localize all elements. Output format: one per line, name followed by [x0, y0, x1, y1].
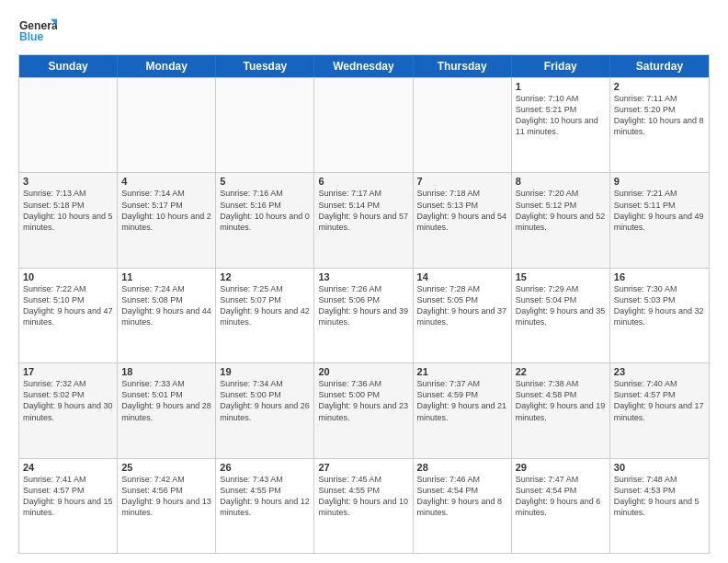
- day-number-20: 20: [318, 366, 408, 377]
- table-row: 6Sunrise: 7:17 AM Sunset: 5:14 PM Daylig…: [314, 173, 413, 267]
- table-row: 11Sunrise: 7:24 AM Sunset: 5:08 PM Dayli…: [118, 269, 216, 362]
- table-row: [118, 78, 216, 172]
- calendar-body: 1Sunrise: 7:10 AM Sunset: 5:21 PM Daylig…: [19, 77, 709, 553]
- day-number-27: 27: [318, 462, 408, 473]
- day-number-13: 13: [318, 271, 408, 282]
- table-row: 19Sunrise: 7:34 AM Sunset: 5:00 PM Dayli…: [216, 363, 314, 457]
- cell-text-28: Sunrise: 7:46 AM Sunset: 4:54 PM Dayligh…: [417, 474, 507, 519]
- cell-text-22: Sunrise: 7:38 AM Sunset: 4:58 PM Dayligh…: [516, 378, 606, 423]
- table-row: 22Sunrise: 7:38 AM Sunset: 4:58 PM Dayli…: [512, 363, 610, 457]
- cell-text-3: Sunrise: 7:13 AM Sunset: 5:18 PM Dayligh…: [23, 188, 113, 233]
- day-number-28: 28: [417, 462, 507, 473]
- cell-text-24: Sunrise: 7:41 AM Sunset: 4:57 PM Dayligh…: [23, 474, 113, 519]
- cell-text-13: Sunrise: 7:26 AM Sunset: 5:06 PM Dayligh…: [318, 283, 408, 328]
- table-row: 9Sunrise: 7:21 AM Sunset: 5:11 PM Daylig…: [610, 173, 709, 267]
- header-monday: Monday: [118, 55, 216, 77]
- cell-text-6: Sunrise: 7:17 AM Sunset: 5:14 PM Dayligh…: [318, 188, 408, 233]
- cell-text-10: Sunrise: 7:22 AM Sunset: 5:10 PM Dayligh…: [23, 283, 113, 328]
- header-thursday: Thursday: [414, 55, 512, 77]
- cell-text-9: Sunrise: 7:21 AM Sunset: 5:11 PM Dayligh…: [614, 188, 705, 233]
- table-row: 30Sunrise: 7:48 AM Sunset: 4:53 PM Dayli…: [610, 459, 709, 553]
- day-number-5: 5: [220, 176, 310, 187]
- day-number-22: 22: [516, 366, 606, 377]
- day-number-12: 12: [220, 271, 310, 282]
- day-number-21: 21: [417, 366, 507, 377]
- header-friday: Friday: [512, 55, 610, 77]
- table-row: 1Sunrise: 7:10 AM Sunset: 5:21 PM Daylig…: [512, 78, 610, 172]
- day-number-1: 1: [516, 81, 606, 92]
- cell-text-15: Sunrise: 7:29 AM Sunset: 5:04 PM Dayligh…: [516, 283, 606, 328]
- table-row: [216, 78, 314, 172]
- cell-text-5: Sunrise: 7:16 AM Sunset: 5:16 PM Dayligh…: [220, 188, 310, 233]
- table-row: [19, 78, 118, 172]
- day-number-9: 9: [614, 176, 705, 187]
- logo-svg: General Blue: [18, 14, 57, 47]
- day-number-15: 15: [516, 271, 606, 282]
- page-header: General Blue: [18, 14, 710, 47]
- header-sunday: Sunday: [19, 55, 118, 77]
- cell-text-19: Sunrise: 7:34 AM Sunset: 5:00 PM Dayligh…: [220, 378, 310, 423]
- cell-text-18: Sunrise: 7:33 AM Sunset: 5:01 PM Dayligh…: [121, 378, 211, 423]
- cell-text-4: Sunrise: 7:14 AM Sunset: 5:17 PM Dayligh…: [121, 188, 211, 233]
- table-row: 15Sunrise: 7:29 AM Sunset: 5:04 PM Dayli…: [512, 269, 610, 362]
- table-row: [314, 78, 413, 172]
- week-row-3: 10Sunrise: 7:22 AM Sunset: 5:10 PM Dayli…: [19, 268, 709, 362]
- day-number-29: 29: [516, 462, 606, 473]
- calendar-header: SundayMondayTuesdayWednesdayThursdayFrid…: [19, 55, 709, 77]
- cell-text-23: Sunrise: 7:40 AM Sunset: 4:57 PM Dayligh…: [614, 378, 705, 423]
- day-number-11: 11: [121, 271, 211, 282]
- day-number-7: 7: [417, 176, 507, 187]
- day-number-2: 2: [614, 81, 705, 92]
- table-row: 2Sunrise: 7:11 AM Sunset: 5:20 PM Daylig…: [610, 78, 709, 172]
- week-row-4: 17Sunrise: 7:32 AM Sunset: 5:02 PM Dayli…: [19, 362, 709, 457]
- table-row: 23Sunrise: 7:40 AM Sunset: 4:57 PM Dayli…: [610, 363, 709, 457]
- cell-text-20: Sunrise: 7:36 AM Sunset: 5:00 PM Dayligh…: [318, 378, 408, 423]
- cell-text-16: Sunrise: 7:30 AM Sunset: 5:03 PM Dayligh…: [614, 283, 705, 328]
- table-row: 10Sunrise: 7:22 AM Sunset: 5:10 PM Dayli…: [19, 269, 118, 362]
- cell-text-11: Sunrise: 7:24 AM Sunset: 5:08 PM Dayligh…: [121, 283, 211, 328]
- cell-text-2: Sunrise: 7:11 AM Sunset: 5:20 PM Dayligh…: [614, 93, 705, 138]
- table-row: 20Sunrise: 7:36 AM Sunset: 5:00 PM Dayli…: [314, 363, 413, 457]
- table-row: 5Sunrise: 7:16 AM Sunset: 5:16 PM Daylig…: [216, 173, 314, 267]
- cell-text-29: Sunrise: 7:47 AM Sunset: 4:54 PM Dayligh…: [516, 474, 606, 519]
- svg-text:Blue: Blue: [19, 30, 44, 43]
- cell-text-25: Sunrise: 7:42 AM Sunset: 4:56 PM Dayligh…: [121, 474, 211, 519]
- table-row: 13Sunrise: 7:26 AM Sunset: 5:06 PM Dayli…: [314, 269, 413, 362]
- day-number-25: 25: [121, 462, 211, 473]
- week-row-5: 24Sunrise: 7:41 AM Sunset: 4:57 PM Dayli…: [19, 458, 709, 553]
- cell-text-1: Sunrise: 7:10 AM Sunset: 5:21 PM Dayligh…: [516, 93, 606, 138]
- cell-text-7: Sunrise: 7:18 AM Sunset: 5:13 PM Dayligh…: [417, 188, 507, 233]
- table-row: 29Sunrise: 7:47 AM Sunset: 4:54 PM Dayli…: [512, 459, 610, 553]
- logo: General Blue: [18, 14, 57, 47]
- day-number-30: 30: [614, 462, 705, 473]
- calendar: SundayMondayTuesdayWednesdayThursdayFrid…: [18, 54, 710, 554]
- table-row: 12Sunrise: 7:25 AM Sunset: 5:07 PM Dayli…: [216, 269, 314, 362]
- cell-text-14: Sunrise: 7:28 AM Sunset: 5:05 PM Dayligh…: [417, 283, 507, 328]
- header-saturday: Saturday: [610, 55, 709, 77]
- day-number-14: 14: [417, 271, 507, 282]
- day-number-10: 10: [23, 271, 113, 282]
- week-row-2: 3Sunrise: 7:13 AM Sunset: 5:18 PM Daylig…: [19, 172, 709, 267]
- day-number-3: 3: [23, 176, 113, 187]
- table-row: 14Sunrise: 7:28 AM Sunset: 5:05 PM Dayli…: [414, 269, 512, 362]
- day-number-8: 8: [516, 176, 606, 187]
- cell-text-26: Sunrise: 7:43 AM Sunset: 4:55 PM Dayligh…: [220, 474, 310, 519]
- table-row: 21Sunrise: 7:37 AM Sunset: 4:59 PM Dayli…: [414, 363, 512, 457]
- table-row: 27Sunrise: 7:45 AM Sunset: 4:55 PM Dayli…: [314, 459, 413, 553]
- table-row: 7Sunrise: 7:18 AM Sunset: 5:13 PM Daylig…: [414, 173, 512, 267]
- day-number-19: 19: [220, 366, 310, 377]
- header-tuesday: Tuesday: [216, 55, 314, 77]
- table-row: 8Sunrise: 7:20 AM Sunset: 5:12 PM Daylig…: [512, 173, 610, 267]
- day-number-24: 24: [23, 462, 113, 473]
- week-row-1: 1Sunrise: 7:10 AM Sunset: 5:21 PM Daylig…: [19, 77, 709, 172]
- cell-text-30: Sunrise: 7:48 AM Sunset: 4:53 PM Dayligh…: [614, 474, 705, 519]
- table-row: 18Sunrise: 7:33 AM Sunset: 5:01 PM Dayli…: [118, 363, 216, 457]
- table-row: 25Sunrise: 7:42 AM Sunset: 4:56 PM Dayli…: [118, 459, 216, 553]
- day-number-6: 6: [318, 176, 408, 187]
- cell-text-12: Sunrise: 7:25 AM Sunset: 5:07 PM Dayligh…: [220, 283, 310, 328]
- table-row: 28Sunrise: 7:46 AM Sunset: 4:54 PM Dayli…: [414, 459, 512, 553]
- day-number-16: 16: [614, 271, 705, 282]
- day-number-4: 4: [121, 176, 211, 187]
- table-row: [414, 78, 512, 172]
- day-number-26: 26: [220, 462, 310, 473]
